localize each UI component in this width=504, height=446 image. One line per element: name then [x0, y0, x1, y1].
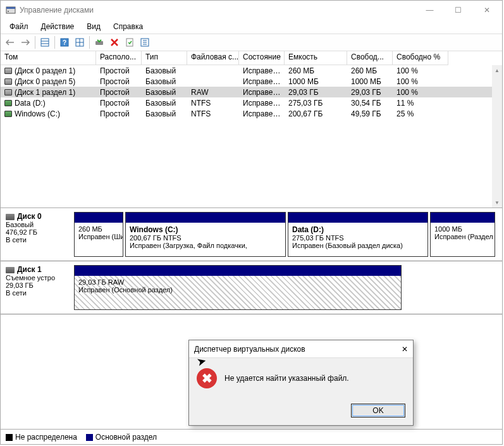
volume-list: Том Располо... Тип Файловая с... Состоян…	[1, 51, 502, 208]
separator	[35, 36, 35, 49]
properties-icon[interactable]	[123, 35, 137, 49]
svg-rect-3	[41, 39, 49, 46]
volume-icon	[4, 111, 12, 117]
col-type[interactable]: Тип	[142, 51, 187, 65]
help-icon[interactable]: ?	[58, 35, 71, 49]
volume-row[interactable]: Data (D:)ПростойБазовыйNTFSИсправен...27…	[1, 97, 502, 108]
dialog-close-button[interactable]: ✕	[402, 345, 408, 354]
col-volume[interactable]: Том	[1, 51, 96, 65]
toolbar: ?	[1, 34, 502, 51]
partition-bar	[431, 213, 495, 223]
partition[interactable]: Windows (C:)200,67 ГБ NTFSИсправен (Загр…	[125, 212, 286, 257]
disk-info[interactable]: Диск 1Съемное устро29,03 ГБВ сети	[1, 261, 70, 314]
volume-icon	[4, 68, 12, 74]
col-filesystem[interactable]: Файловая с...	[187, 51, 239, 65]
col-percent[interactable]: Свободно %	[393, 51, 448, 65]
column-headers: Том Располо... Тип Файловая с... Состоян…	[1, 51, 502, 65]
scroll-down-icon[interactable]: ▼	[492, 197, 502, 208]
dialog-ok-button[interactable]: OK	[351, 404, 405, 418]
legend-unalloc-swatch	[6, 434, 13, 441]
volume-icon	[4, 89, 12, 96]
svg-point-2	[8, 11, 9, 12]
menu-help[interactable]: Справка	[107, 21, 149, 32]
volume-row[interactable]: Windows (C:)ПростойБазовыйNTFSИсправен..…	[1, 108, 502, 119]
dialog-message: Не удается найти указанный файл.	[224, 374, 349, 383]
partition[interactable]: 29,03 ГБ RAWИсправен (Основной раздел)	[74, 265, 402, 310]
separator	[54, 36, 55, 49]
disk-row: Диск 1Съемное устро29,03 ГБВ сети29,03 Г…	[1, 261, 502, 314]
partition[interactable]: 260 МБИсправен (Шиф	[74, 212, 123, 257]
col-free[interactable]: Свобод...	[347, 51, 393, 65]
back-button[interactable]	[3, 35, 17, 49]
menu-view[interactable]: Вид	[80, 21, 107, 32]
dialog-title: Диспетчер виртуальных дисков	[194, 345, 402, 354]
maximize-button[interactable]: ☐	[444, 1, 472, 19]
scroll-up-icon[interactable]: ▲	[492, 65, 502, 75]
disk-row: Диск 0Базовый476,92 ГБВ сети260 МБИсправ…	[1, 208, 502, 261]
view-list-icon[interactable]	[38, 35, 52, 49]
volume-row[interactable]: (Диск 1 раздел 1)ПростойБазовыйRAWИсправ…	[1, 87, 502, 97]
close-button[interactable]: ✕	[472, 1, 501, 19]
legend-primary-swatch	[86, 434, 93, 441]
list-scrollbar[interactable]: ▲ ▼	[492, 65, 502, 208]
separator	[89, 36, 90, 49]
settings-icon[interactable]	[138, 35, 152, 49]
legend: Не распределена Основной раздел	[1, 429, 502, 444]
error-icon: ✖	[197, 368, 217, 388]
titlebar: Управление дисками — ☐ ✕	[1, 1, 502, 20]
menubar: Файл Действие Вид Справка	[1, 20, 502, 34]
col-layout[interactable]: Располо...	[96, 51, 142, 65]
menu-action[interactable]: Действие	[35, 21, 81, 32]
partition[interactable]: Data (D:)275,03 ГБ NTFSИсправен (Базовый…	[288, 212, 428, 257]
forward-button[interactable]	[18, 35, 32, 49]
partition-bar	[126, 213, 285, 223]
svg-rect-1	[6, 7, 15, 9]
legend-unalloc-label: Не распределена	[15, 433, 77, 442]
delete-icon[interactable]	[108, 35, 121, 49]
menu-file[interactable]: Файл	[3, 21, 35, 32]
partition-bar	[75, 213, 123, 223]
app-icon	[6, 5, 16, 15]
col-capacity[interactable]: Емкость	[285, 51, 347, 65]
disk-icon	[6, 214, 15, 220]
volume-row[interactable]: (Диск 0 раздел 5)ПростойБазовыйИсправен.…	[1, 76, 502, 87]
error-dialog: Диспетчер виртуальных дисков ✕ ✖ Не удае…	[188, 340, 414, 426]
mount-icon[interactable]	[92, 35, 106, 49]
disk-info[interactable]: Диск 0Базовый476,92 ГБВ сети	[1, 208, 70, 261]
legend-primary-label: Основной раздел	[95, 433, 157, 442]
svg-rect-12	[126, 39, 133, 46]
volume-icon	[4, 100, 12, 106]
partition-bar	[288, 213, 427, 223]
volume-row[interactable]: (Диск 0 раздел 1)ПростойБазовыйИсправен.…	[1, 65, 502, 76]
view-grid-icon[interactable]	[73, 35, 87, 49]
volume-icon	[4, 78, 12, 85]
partition[interactable]: 1000 МБИсправен (Раздел вс	[430, 212, 495, 257]
svg-text:?: ?	[63, 39, 66, 46]
disk-icon	[6, 267, 15, 273]
col-status[interactable]: Состояние	[239, 51, 285, 65]
minimize-button[interactable]: —	[415, 1, 444, 19]
window-title: Управление дисками	[20, 6, 415, 15]
partition-bar	[75, 266, 401, 276]
